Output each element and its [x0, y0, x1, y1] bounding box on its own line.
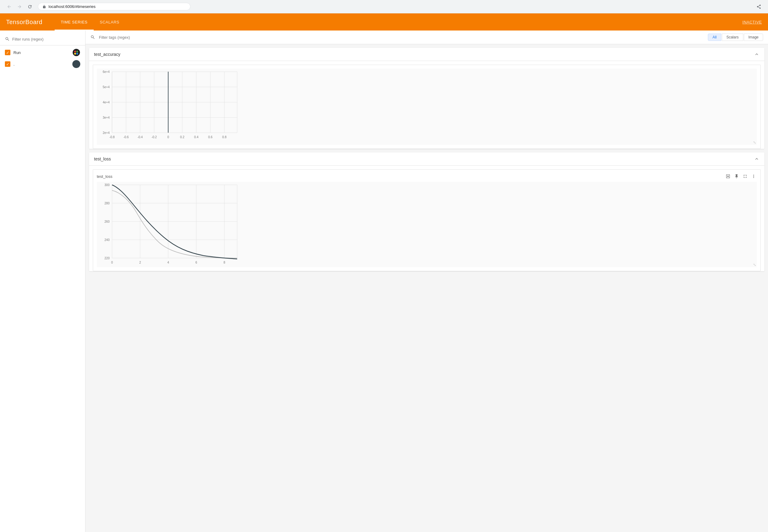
search-tags-icon [90, 35, 95, 40]
checkmark-dot: ✓ [6, 62, 9, 66]
section-test-loss: test_loss test_loss [89, 153, 764, 271]
svg-text:-0.4: -0.4 [137, 135, 143, 139]
filter-runs-input[interactable] [12, 37, 80, 41]
app-logo: TensorBoard [6, 19, 42, 26]
fullscreen-button[interactable] [742, 173, 748, 179]
chart-card-test-accuracy: 2e+4 3e+4 4e+4 5e+4 6e+4 -0.8 -0.6 -0.4 … [93, 65, 761, 149]
screenshot-button[interactable] [725, 173, 731, 179]
svg-point-4 [76, 53, 78, 55]
run-header-label: Run [13, 50, 69, 55]
address-bar[interactable]: localhost:6006/#timeseries [38, 3, 190, 10]
browser-actions [755, 2, 763, 11]
tab-scalars[interactable]: SCALARS [94, 13, 125, 31]
search-runs-icon [5, 37, 10, 41]
filter-image-button[interactable]: Image [744, 34, 763, 41]
svg-point-1 [74, 51, 76, 52]
svg-text:300: 300 [104, 183, 110, 187]
forward-button[interactable] [15, 2, 24, 11]
section-test-accuracy: test_accuracy [89, 48, 764, 149]
pin-button[interactable] [734, 173, 740, 179]
share-button[interactable] [755, 2, 763, 11]
app-header: TensorBoard TIME SERIES SCALARS INACTIVE [0, 13, 768, 31]
filter-scalars-button[interactable]: Scalars [722, 34, 743, 41]
svg-text:5e+4: 5e+4 [103, 85, 110, 89]
svg-text:4e+4: 4e+4 [103, 101, 110, 104]
svg-text:0.6: 0.6 [208, 135, 212, 139]
palette-icon [72, 49, 80, 56]
svg-text:2e+4: 2e+4 [103, 131, 110, 135]
svg-text:4: 4 [167, 261, 169, 264]
svg-text:6: 6 [195, 261, 197, 264]
test-accuracy-svg: 2e+4 3e+4 4e+4 5e+4 6e+4 -0.8 -0.6 -0.4 … [97, 69, 243, 145]
run-header-checkbox[interactable]: ✓ [5, 50, 10, 55]
chart-card-test-loss: test_loss [93, 169, 761, 271]
collapse-icon-test-accuracy[interactable] [754, 52, 759, 57]
svg-text:0.4: 0.4 [194, 135, 198, 139]
run-dot-checkbox[interactable]: ✓ [5, 61, 10, 67]
reload-button[interactable] [26, 2, 34, 11]
svg-text:-0.2: -0.2 [151, 135, 157, 139]
svg-text:280: 280 [104, 202, 110, 205]
lock-icon [42, 5, 46, 9]
checkmark: ✓ [6, 51, 9, 55]
section-header-test-loss: test_loss [89, 153, 764, 166]
chart-area-loss: 220 240 260 280 300 0 2 4 6 8 ⤡ [97, 182, 757, 267]
sidebar: ✓ Run ✓ . [0, 31, 85, 532]
svg-text:-0.8: -0.8 [109, 135, 115, 139]
svg-point-3 [74, 53, 76, 55]
svg-text:0: 0 [167, 135, 169, 139]
main-layout: ✓ Run ✓ . [0, 31, 768, 532]
section-title-test-loss: test_loss [94, 156, 111, 161]
svg-text:0: 0 [111, 261, 113, 264]
chart-area-test-accuracy: 2e+4 3e+4 4e+4 5e+4 6e+4 -0.8 -0.6 -0.4 … [97, 69, 757, 145]
more-options-button[interactable] [751, 173, 757, 179]
svg-text:0.2: 0.2 [180, 135, 184, 139]
nav-buttons [5, 2, 34, 11]
chart-card-header-loss: test_loss [97, 173, 757, 179]
section-header-test-accuracy: test_accuracy [89, 48, 764, 61]
svg-point-2 [76, 51, 78, 52]
header-status: INACTIVE [742, 20, 762, 24]
svg-point-0 [73, 49, 80, 56]
browser-chrome: localhost:6006/#timeseries [0, 0, 768, 13]
test-loss-svg: 220 240 260 280 300 0 2 4 6 8 [97, 182, 243, 267]
svg-text:-0.6: -0.6 [123, 135, 129, 139]
filter-buttons: All Scalars Image [708, 34, 763, 41]
tag-filter-bar: All Scalars Image [85, 31, 768, 44]
filter-all-button[interactable]: All [708, 34, 721, 41]
nav-tabs: TIME SERIES SCALARS [55, 13, 125, 31]
svg-text:6e+4: 6e+4 [103, 70, 110, 74]
svg-text:260: 260 [104, 220, 110, 223]
svg-text:8: 8 [223, 261, 225, 264]
resize-handle-loss[interactable]: ⤡ [753, 263, 756, 267]
run-row-dot: ✓ . [0, 58, 85, 70]
filter-tags-input[interactable] [99, 35, 704, 40]
chart-title-loss: test_loss [97, 174, 112, 179]
filter-runs-wrap [0, 34, 85, 44]
run-row-header: ✓ Run [0, 47, 85, 58]
svg-text:0.8: 0.8 [222, 135, 226, 139]
svg-text:3e+4: 3e+4 [103, 116, 110, 119]
back-button[interactable] [5, 2, 13, 11]
resize-handle-accuracy[interactable]: ⤡ [753, 141, 756, 144]
content-area: All Scalars Image test_accuracy [85, 31, 768, 532]
url-text: localhost:6006/#timeseries [49, 4, 96, 9]
tab-timeseries[interactable]: TIME SERIES [55, 13, 94, 31]
chart-actions-loss [725, 173, 757, 179]
run-header-color[interactable] [72, 49, 80, 56]
svg-text:2: 2 [139, 261, 141, 264]
svg-text:240: 240 [104, 238, 110, 242]
svg-text:220: 220 [104, 257, 110, 260]
run-dot-label: . [13, 62, 69, 67]
collapse-icon-test-loss[interactable] [754, 156, 759, 162]
run-dot-color[interactable] [72, 60, 80, 68]
section-title-test-accuracy: test_accuracy [94, 52, 120, 57]
